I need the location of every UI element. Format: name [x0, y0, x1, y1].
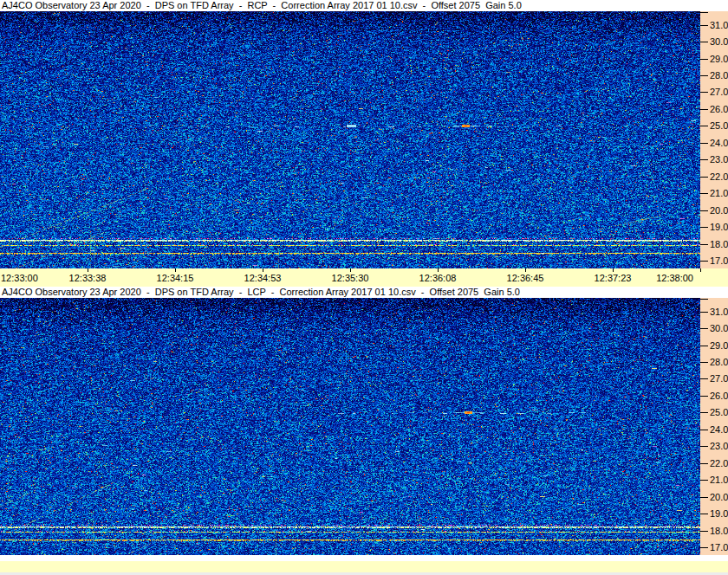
freq-tick-label: 24.0: [710, 425, 728, 435]
frequency-axis-rcp: 31.030.029.028.027.026.025.024.023.022.0…: [700, 11, 728, 268]
freq-tick-label: 31.0: [710, 21, 728, 30]
time-tick-label: 12:34:53: [244, 273, 282, 283]
freq-tick-label: 25.0: [710, 408, 728, 417]
time-tick-label: 12:33:00: [1, 273, 38, 283]
freq-tick: [700, 227, 708, 228]
freq-tick-label: 20.0: [710, 206, 728, 216]
spectrogram-title-lcp: AJ4CO Observatory 23 Apr 2020 - DPS on T…: [0, 287, 728, 298]
time-tick-label: 12:36:08: [419, 273, 457, 283]
time-tick: [700, 268, 701, 272]
freq-tick-label: 18.0: [710, 527, 728, 536]
freq-tick: [700, 59, 708, 60]
freq-tick-label: 29.0: [710, 341, 728, 351]
time-tick: [263, 268, 263, 272]
time-tick: [350, 268, 351, 272]
time-tick-label: 12:37:23: [595, 273, 632, 283]
spectrogram-canvas-rcp[interactable]: [0, 11, 700, 268]
freq-tick: [700, 396, 708, 397]
time-tick-label: 12:35:30: [332, 273, 369, 283]
freq-tick-label: 23.0: [710, 155, 728, 165]
freq-tick-label: 21.0: [710, 475, 728, 485]
freq-tick: [700, 143, 708, 144]
freq-tick: [700, 25, 708, 26]
time-tick: [88, 268, 88, 272]
freq-tick: [700, 75, 708, 76]
freq-tick: [700, 193, 708, 194]
freq-tick: [700, 514, 708, 514]
freq-tick: [700, 177, 708, 178]
bottom-time-strip: [0, 561, 728, 572]
time-axis: 12:33:0012:33:3812:34:1512:34:5312:35:30…: [0, 268, 728, 287]
freq-tick: [700, 497, 708, 498]
freq-tick-label: 31.0: [710, 307, 728, 317]
freq-tick: [700, 547, 708, 548]
freq-tick-label: 27.0: [710, 374, 728, 384]
time-tick-label: 12:33:38: [69, 273, 107, 283]
time-tick-label: 12:38:00: [656, 273, 693, 283]
freq-tick: [700, 261, 708, 262]
freq-tick-label: 22.0: [710, 172, 728, 182]
freq-tick-label: 28.0: [710, 71, 728, 81]
app-window: { "panels": [ { "id": "rcp", "title": "A…: [0, 0, 728, 575]
freq-tick: [700, 480, 708, 481]
freq-tick: [700, 412, 708, 413]
freq-tick-label: 21.0: [710, 189, 728, 198]
freq-tick: [700, 42, 708, 42]
freq-tick-label: 19.0: [710, 509, 728, 519]
time-tick-label: 12:34:15: [157, 273, 194, 283]
freq-tick-label: 19.0: [710, 223, 728, 232]
freq-tick-label: 26.0: [710, 105, 728, 114]
freq-tick: [700, 328, 708, 329]
freq-tick: [700, 312, 708, 313]
freq-tick-label: 25.0: [710, 121, 728, 131]
spectrogram-title-rcp: AJ4CO Observatory 23 Apr 2020 - DPS on T…: [0, 0, 728, 11]
freq-tick: [700, 210, 708, 211]
freq-tick: [700, 92, 708, 93]
freq-tick-label: 24.0: [710, 139, 728, 148]
time-tick: [175, 268, 176, 272]
freq-tick: [700, 244, 708, 245]
freq-tick-label: 17.0: [710, 256, 728, 266]
freq-tick-label: 28.0: [710, 358, 728, 367]
spectrogram-canvas-lcp[interactable]: [0, 298, 700, 555]
freq-tick-label: 18.0: [710, 240, 728, 249]
freq-tick: [700, 159, 708, 160]
frequency-axis-lcp: 31.030.029.028.027.026.025.024.023.022.0…: [700, 298, 728, 555]
freq-tick: [700, 109, 708, 110]
time-tick: [525, 268, 526, 272]
time-tick-label: 12:36:45: [507, 273, 544, 283]
freq-tick-label: 29.0: [710, 55, 728, 64]
time-tick: [613, 268, 614, 272]
freq-tick: [700, 430, 708, 430]
freq-tick-label: 27.0: [710, 87, 728, 97]
freq-tick: [700, 12, 708, 13]
freq-tick: [700, 463, 708, 464]
freq-tick-label: 23.0: [710, 442, 728, 451]
freq-tick-label: 17.0: [710, 543, 728, 552]
freq-tick: [700, 446, 708, 447]
freq-tick-label: 20.0: [710, 493, 728, 502]
freq-tick-label: 30.0: [710, 37, 728, 47]
freq-tick-label: 26.0: [710, 391, 728, 401]
freq-tick-label: 22.0: [710, 459, 728, 468]
freq-tick: [700, 299, 708, 300]
freq-tick: [700, 378, 708, 379]
time-tick: [438, 268, 439, 272]
freq-tick: [700, 126, 708, 126]
freq-tick: [700, 531, 708, 532]
freq-tick-label: 30.0: [710, 324, 728, 333]
freq-tick: [700, 362, 708, 363]
freq-tick: [700, 346, 708, 346]
